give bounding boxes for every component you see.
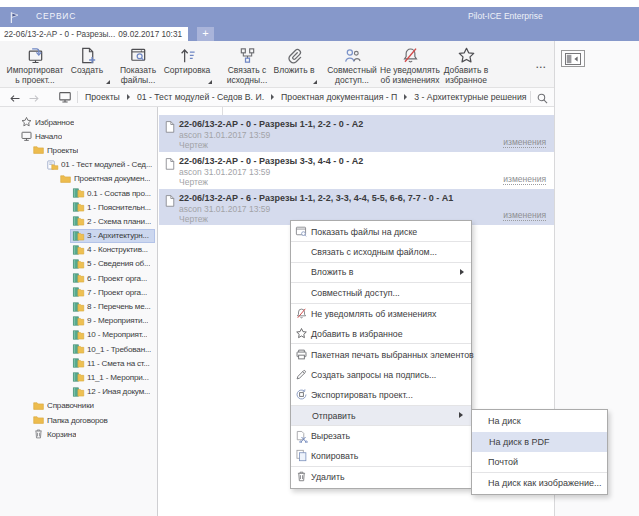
tree-item[interactable]: 7 - Проект орга... [0, 285, 157, 299]
titlebar: СЕРВИС Pilot-ICE Enterprise 22-06/13-2-А… [0, 7, 639, 41]
context-menu-item[interactable]: Удалить [291, 467, 471, 487]
context-menu-item[interactable]: Создать запросы на подпись... [291, 365, 471, 385]
tree-item[interactable]: 9 - Мероприяти... [0, 314, 157, 328]
context-menu-item[interactable]: Экспортировать проект... [291, 385, 471, 405]
toolbar-button[interactable]: Связать сисходны... [221, 44, 273, 87]
tree-item[interactable]: 4 - Конструктив... [0, 243, 157, 257]
changes-link[interactable]: изменения [503, 175, 546, 185]
file-title: 22-06/13-2-АР - 0 - Разрезы 3-3, 4-4 - 0… [179, 156, 363, 166]
toolbar-button[interactable]: Создать [62, 44, 112, 87]
tree-item[interactable]: Справочники [0, 399, 157, 413]
changes-link[interactable]: изменения [503, 138, 546, 148]
docset-icon [72, 357, 85, 369]
tree-item[interactable]: Корзина [0, 427, 157, 441]
tree-item[interactable]: Папка договоров [0, 413, 157, 427]
submenu-item[interactable]: На диск [472, 411, 607, 432]
toolbar-button[interactable]: Не уведомлятьоб изменениях [380, 44, 440, 87]
tree-item[interactable]: 11 - Смета на ст... [0, 356, 157, 370]
tree-item[interactable]: 11_1 - Меропри... [0, 370, 157, 384]
submenu-item[interactable]: Почтой [472, 452, 607, 473]
folder-icon [59, 173, 72, 185]
context-menu-item[interactable]: Добавить в избранное [291, 324, 471, 344]
submenu-item[interactable]: На диск в PDF [472, 432, 607, 453]
star-icon [20, 116, 33, 128]
file-meta: ascon 31.01.2017 13:59 [179, 204, 270, 214]
app-menu-service[interactable]: СЕРВИС [36, 11, 76, 22]
breadcrumb-separator-icon [271, 94, 274, 100]
tree-item[interactable]: 3 - Архитектурн... [0, 229, 157, 243]
tree-item[interactable]: Проектная докумен... [0, 172, 157, 186]
context-menu-item[interactable]: Показать файлы на диске [291, 222, 471, 242]
context-menu-item[interactable]: Отправить [291, 406, 471, 426]
toolbar-button[interactable]: Сортировка [160, 44, 214, 87]
tree-item[interactable]: Избранное [0, 115, 157, 129]
share-icon [343, 46, 362, 65]
context-menu-item-label: Создать запросы на подпись... [311, 370, 436, 380]
context-menu-item[interactable]: Совместный доступ... [291, 283, 471, 303]
toolbar-button-label: избранное [441, 76, 491, 86]
context-menu-item[interactable]: Вырезать [291, 426, 471, 446]
toolbar-overflow-button[interactable]: ... [536, 60, 547, 70]
search-button[interactable] [536, 91, 549, 109]
breadcrumb-item[interactable]: Проектная документация - П [281, 92, 397, 102]
breadcrumb-item[interactable]: Проекты [85, 92, 120, 102]
toolbar-button[interactable]: Совместныйдоступ... [325, 44, 379, 87]
docset-icon [72, 301, 85, 313]
tree-item[interactable]: Проекты [0, 143, 157, 157]
toolbar-button[interactable]: Импортировать проект... [5, 44, 65, 87]
sidebar-tree: Избранное Начало Проекты 01 - Тест модул… [0, 107, 157, 516]
docset-icon [72, 329, 85, 341]
changes-link[interactable]: изменения [503, 211, 546, 221]
home-icon[interactable] [58, 90, 72, 108]
file-meta: ascon 31.01.2017 13:59 [179, 167, 270, 177]
context-menu-item[interactable]: Пакетная печать выбранных элементов [291, 344, 471, 364]
toolbar-button-label: исходны... [221, 76, 273, 86]
context-menu-item[interactable]: Связать с исходным файлом... [291, 242, 471, 262]
file-row[interactable]: 22-06/13-2-АР - 0 - Разрезы 3-3, 4-4 - 0… [159, 152, 554, 189]
sidebar-divider[interactable] [157, 107, 158, 516]
cut-icon [295, 430, 308, 443]
monitor-icon [20, 130, 33, 142]
tree-item[interactable]: 10 - Мероприят... [0, 328, 157, 342]
toolbar-button[interactable]: Добавить визбранное [441, 44, 491, 87]
toolbar-button[interactable]: Показатьфайлы... [110, 44, 166, 87]
tree-item[interactable]: Начало [0, 129, 157, 143]
context-menu-item-label: Копировать [311, 451, 358, 461]
tree-item[interactable]: 0.1 - Состав про... [0, 186, 157, 200]
tree-item[interactable]: 10_1 - Требован... [0, 342, 157, 356]
breadcrumb-item[interactable]: 3 - Архитектурные решения [414, 92, 526, 102]
file-row[interactable]: 22-06/13-2-АР - 0 - Разрезы 1-1, 2-2 - 0… [159, 115, 554, 152]
context-menu-item-label: Отправить [312, 411, 356, 421]
new-tab-button[interactable]: + [197, 27, 214, 41]
tree-item[interactable]: 01 - Тест модулей - Сед... [0, 158, 157, 172]
breadcrumb: Проекты01 - Тест модулей - Седов В. И.Пр… [0, 88, 554, 107]
toolbar-button[interactable]: Вложить в [269, 44, 319, 87]
context-menu-item[interactable]: Не уведомлять об изменениях [291, 304, 471, 324]
win-disk-icon [295, 225, 308, 238]
tree-item-label: 3 - Архитектурн... [87, 231, 149, 240]
file-meta: ascon 31.01.2017 13:59 [179, 130, 270, 140]
breadcrumb-item[interactable]: 01 - Тест модулей - Седов В. И. [137, 92, 264, 102]
tree-item-label: 8 - Перечень ме... [87, 302, 151, 311]
docset-icon [72, 272, 85, 284]
context-menu-item[interactable]: Вложить в [291, 263, 471, 283]
context-menu-item-label: Пакетная печать выбранных элементов [311, 350, 474, 360]
tree-item[interactable]: 8 - Перечень ме... [0, 299, 157, 313]
document-tab[interactable]: 22-06/13-2-АР - 0 - Разрезы... 09.02.201… [0, 27, 188, 41]
star-icon [295, 327, 308, 340]
tree-item[interactable]: 6 - Проект орга... [0, 271, 157, 285]
toolbar-button-label: Сортировка [160, 66, 214, 76]
tree-item[interactable]: 1 - Пояснительн... [0, 200, 157, 214]
file-type: Чертеж [179, 177, 208, 187]
panel-toggle-button[interactable] [561, 50, 585, 67]
tree-item[interactable]: 2 - Схема плани... [0, 214, 157, 228]
docset-icon [72, 343, 85, 355]
breadcrumb-separator-icon [404, 94, 407, 100]
tree-item[interactable]: 5 - Сведения об... [0, 257, 157, 271]
submenu-arrow-icon [460, 269, 464, 275]
submenu-item[interactable]: На диск как изображение... [472, 473, 607, 494]
tree-item[interactable]: 12 - Иная докум... [0, 385, 157, 399]
document-icon [165, 120, 175, 134]
context-menu-item[interactable]: Копировать [291, 446, 471, 466]
context-menu-item-label: Показать файлы на диске [311, 227, 417, 237]
